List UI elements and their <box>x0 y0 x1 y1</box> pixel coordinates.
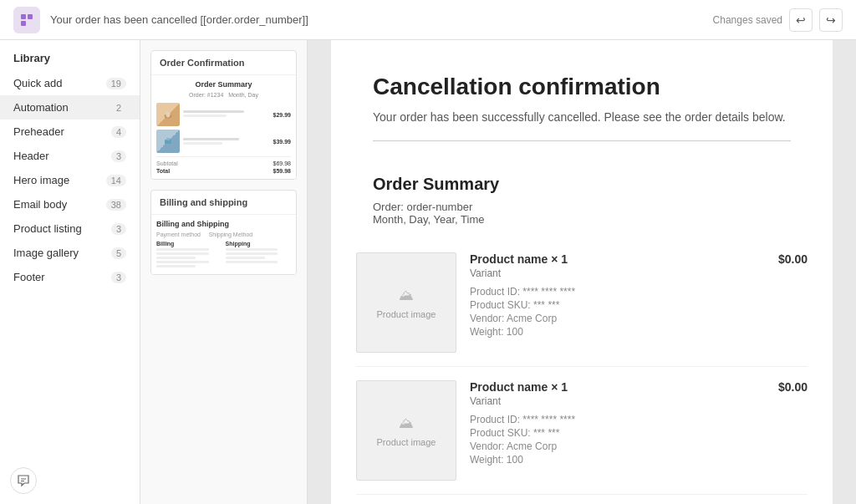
sidebar-footer <box>0 457 140 504</box>
sidebar-item-preheader[interactable]: Preheader 4 <box>0 120 140 144</box>
order-meta: Order: order-number Month, Day, Year, Ti… <box>331 201 833 239</box>
template-panel: Order Confirmation Order Summary Order: … <box>140 40 308 504</box>
sidebar: Library Quick add 19 Automation 2 Prehea… <box>0 40 140 504</box>
product-weight-1: Weight: 100 <box>470 326 808 338</box>
topbar: Your order has been cancelled [[order.or… <box>0 0 856 40</box>
svg-point-6 <box>166 112 170 118</box>
billing-shipping-card[interactable]: Billing and shipping Billing and Shippin… <box>150 190 297 275</box>
product-details-2: Product name × 1 $0.00 Variant Product I… <box>470 380 808 467</box>
email-preview: Cancellation confirmation Your order has… <box>331 40 833 504</box>
panel-card-billing-title: Billing and shipping <box>151 191 296 215</box>
preview-product-img-1 <box>156 103 180 126</box>
order-number: Order: order-number <box>373 201 791 213</box>
product-list: ⛰ Product image Product name × 1 $0.00 V… <box>331 239 833 495</box>
redo-button[interactable]: ↪ <box>819 8 843 32</box>
save-status: Changes saved <box>713 14 782 26</box>
product-vendor-2: Vendor: Acme Corp <box>470 440 808 452</box>
svg-rect-8 <box>166 138 170 140</box>
order-totals: Discount: -$0.00 Subtotal price: $0.00 S… <box>331 495 833 504</box>
product-name-1: Product name × 1 <box>470 252 568 266</box>
sidebar-item-product-listing[interactable]: Product listing 3 <box>0 216 140 241</box>
order-summary-heading: Order Summary <box>331 175 833 194</box>
sidebar-item-quick-add[interactable]: Quick add 19 <box>0 71 140 95</box>
email-subtitle: Your order has been successfully cancell… <box>373 110 791 124</box>
product-weight-2: Weight: 100 <box>470 454 808 466</box>
sidebar-item-email-body[interactable]: Email body 38 <box>0 192 140 216</box>
undo-button[interactable]: ↩ <box>789 8 813 32</box>
sidebar-item-footer[interactable]: Footer 3 <box>0 265 140 289</box>
product-id-2: Product ID: **** **** **** <box>470 414 808 425</box>
topbar-actions: Changes saved ↩ ↪ <box>713 8 843 32</box>
order-confirmation-preview: Order Summary Order: #1234 Month, Day $2… <box>151 75 296 179</box>
product-variant-1: Variant <box>470 267 808 279</box>
product-name-2: Product name × 1 <box>470 380 568 394</box>
sidebar-item-image-gallery[interactable]: Image gallery 5 <box>0 241 140 265</box>
product-price-2: $0.00 <box>778 380 808 394</box>
product-details-1: Product name × 1 $0.00 Variant Product I… <box>470 252 808 339</box>
order-date: Month, Day, Year, Time <box>373 213 791 226</box>
product-row-2: ⛰ Product image Product name × 1 $0.00 V… <box>356 367 808 495</box>
email-content-area: Cancellation confirmation Your order has… <box>308 40 856 504</box>
email-main-title: Cancellation confirmation <box>373 74 791 100</box>
product-row-1: ⛰ Product image Product name × 1 $0.00 V… <box>356 239 808 367</box>
sidebar-title: Library <box>0 40 140 71</box>
chat-button[interactable] <box>10 467 37 494</box>
sidebar-item-hero-image[interactable]: Hero image 14 <box>0 168 140 192</box>
product-image-label-1: Product image <box>377 309 436 319</box>
page-title: Your order has been cancelled [[order.or… <box>50 13 703 26</box>
sidebar-item-header[interactable]: Header 3 <box>0 144 140 168</box>
email-header: Cancellation confirmation Your order has… <box>331 40 833 175</box>
product-id-1: Product ID: **** **** **** <box>470 286 808 298</box>
svg-rect-0 <box>21 14 26 19</box>
product-image-2: ⛰ Product image <box>356 380 456 481</box>
product-image-1: ⛰ Product image <box>356 252 456 353</box>
panel-card-order-title: Order Confirmation <box>151 51 296 75</box>
product-vendor-1: Vendor: Acme Corp <box>470 313 808 324</box>
main-layout: Library Quick add 19 Automation 2 Prehea… <box>0 40 856 504</box>
email-divider <box>373 140 791 141</box>
product-sku-2: Product SKU: *** *** <box>470 427 808 439</box>
product-price-1: $0.00 <box>778 252 808 266</box>
svg-rect-2 <box>21 21 26 26</box>
svg-rect-1 <box>28 14 33 19</box>
sidebar-item-automation[interactable]: Automation 2 <box>0 95 140 120</box>
order-confirmation-card[interactable]: Order Confirmation Order Summary Order: … <box>150 50 297 180</box>
product-sku-1: Product SKU: *** *** <box>470 299 808 311</box>
image-icon-1: ⛰ <box>399 287 414 304</box>
app-logo <box>13 7 40 33</box>
image-icon-2: ⛰ <box>399 415 414 432</box>
product-variant-2: Variant <box>470 395 808 407</box>
preview-product-img-2 <box>156 130 180 153</box>
product-image-label-2: Product image <box>377 437 436 447</box>
billing-shipping-preview: Billing and Shipping Payment method Ship… <box>151 215 296 274</box>
